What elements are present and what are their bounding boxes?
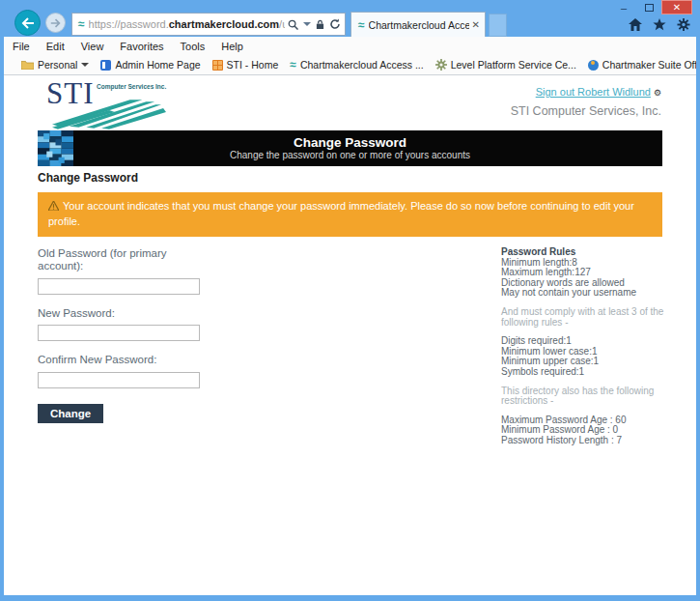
back-button[interactable]: [14, 10, 41, 36]
alert-text: Your account indicates that you must cha…: [48, 200, 634, 227]
mosaic-icon: [38, 130, 73, 166]
rule-line: Password History Length : 7: [501, 436, 680, 446]
gear-icon: [435, 59, 447, 71]
account-area: Sign out Robert Widlund⚙ STI Computer Se…: [511, 82, 661, 118]
rules-note: And must comply with at least 3 of the f…: [501, 307, 680, 328]
password-rules-panel: Password Rules Minimum length:8 Maximum …: [501, 247, 680, 446]
favorites-bar: Personal Admin Home Page STI - Home ≈Cha…: [4, 55, 696, 75]
favorites-star-icon[interactable]: [653, 18, 666, 31]
change-button[interactable]: Change: [38, 404, 103, 423]
window-controls: – ✕: [611, 0, 692, 15]
password-rules-title: Password Rules: [501, 247, 680, 258]
menu-edit[interactable]: Edit: [46, 41, 65, 52]
settings-gear-icon[interactable]: [677, 18, 690, 31]
forward-button[interactable]: [45, 13, 66, 33]
address-bar[interactable]: ≈ https://password.chartmakercloud.com/u…: [71, 13, 346, 36]
confirm-password-input[interactable]: [38, 372, 200, 388]
chartmakercloud-icon: ≈: [290, 58, 296, 72]
favorites-folder-personal[interactable]: Personal: [21, 59, 89, 71]
search-icon[interactable]: [288, 19, 298, 30]
hero-title: Change Password: [73, 135, 627, 150]
refresh-icon[interactable]: [329, 18, 341, 30]
maximize-icon: [645, 4, 654, 12]
menu-view[interactable]: View: [81, 41, 104, 52]
new-password-input[interactable]: [38, 325, 200, 341]
hero-subtitle: Change the password on one or more of yo…: [73, 150, 627, 161]
rule-line: May not contain your username: [501, 288, 680, 299]
confirm-password-label: Confirm New Password:: [38, 354, 211, 366]
lock-icon: [316, 19, 324, 30]
browser-tab[interactable]: ≈ Chartmakercloud Access M... ✕: [350, 12, 486, 37]
url-text[interactable]: https://password.chartmakercloud.com/use…: [89, 18, 285, 30]
close-button[interactable]: ✕: [661, 0, 692, 14]
menu-favorites[interactable]: Favorites: [120, 41, 163, 52]
new-password-label: New Password:: [38, 307, 211, 320]
back-arrow-icon: [21, 17, 35, 29]
folder-icon: [21, 60, 34, 70]
favorite-sti-home[interactable]: STI - Home: [212, 59, 279, 71]
rule-line: Symbols required:1: [501, 367, 680, 378]
folder-dropdown-icon: [81, 63, 89, 67]
forward-arrow-icon: [50, 18, 61, 28]
chartmaker-suite-icon: [588, 60, 599, 71]
page-content: STI Computer Services Inc. Sign out Robe…: [4, 75, 696, 595]
admin-home-icon: [100, 60, 111, 71]
change-password-form: Old Password (for primary account): New …: [38, 247, 211, 423]
sti-logo-swoosh: [52, 96, 166, 130]
title-bar: – ✕ ≈ https://password.chartmakercloud.c…: [0, 0, 700, 37]
page-title: Change Password: [38, 171, 138, 185]
menu-bar: File Edit View Favorites Tools Help: [4, 37, 696, 55]
signout-gear-icon: ⚙: [654, 88, 661, 98]
home-icon[interactable]: [629, 18, 642, 31]
browser-window: – ✕ ≈ https://password.chartmakercloud.c…: [0, 0, 700, 601]
warning-icon: [48, 201, 59, 211]
company-name: STI Computer Services, Inc.: [511, 104, 661, 118]
favorite-chartmakercloud[interactable]: ≈Chartmakercloud Access ...: [290, 58, 423, 72]
tab-favicon: ≈: [358, 18, 365, 32]
tab-close-icon[interactable]: ✕: [472, 19, 480, 30]
menu-file[interactable]: File: [13, 41, 30, 52]
old-password-label: Old Password (for primary account):: [38, 247, 211, 272]
minimize-button[interactable]: –: [611, 0, 636, 14]
sign-out-link[interactable]: Sign out Robert Widlund: [536, 86, 651, 98]
rules-note: This directory also has the following re…: [501, 386, 680, 407]
hero-banner: Change Password Change the password on o…: [38, 130, 662, 166]
menu-tools[interactable]: Tools: [181, 41, 206, 52]
sti-home-icon: [212, 60, 223, 71]
maximize-button[interactable]: [636, 0, 661, 14]
url-dropdown-icon[interactable]: [303, 22, 311, 26]
old-password-input[interactable]: [38, 278, 200, 295]
new-tab-button[interactable]: [489, 14, 507, 37]
sti-logo-tagline: Computer Services Inc.: [97, 83, 166, 90]
favorite-admin-home[interactable]: Admin Home Page: [100, 59, 200, 71]
favorite-level-platform[interactable]: Level Platform Service Ce...: [435, 59, 576, 71]
alert-banner: Your account indicates that you must cha…: [38, 192, 662, 237]
favorite-chartmaker-suite[interactable]: Chartmaker Suite Offsite ...: [588, 59, 696, 71]
tab-title: Chartmakercloud Access M...: [369, 19, 469, 31]
sti-logo: STI Computer Services Inc.: [46, 80, 167, 132]
site-favicon: ≈: [78, 17, 85, 31]
menu-help[interactable]: Help: [221, 41, 243, 52]
